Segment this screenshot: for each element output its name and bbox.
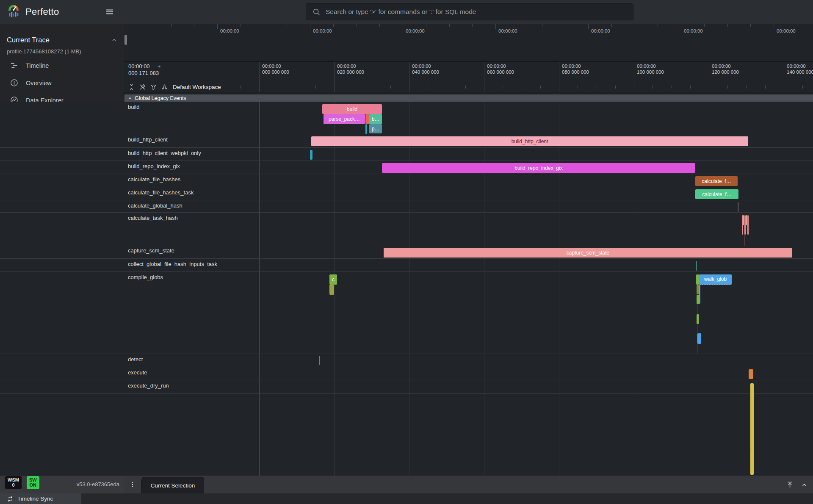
tab-current-selection[interactable]: Current Selection — [141, 477, 204, 494]
ruler-minor-tick — [540, 86, 541, 89]
track-row-calculate_task_hash[interactable] — [0, 213, 813, 245]
slice-capture-scm-state[interactable]: capture_scm_state — [384, 248, 792, 258]
ruler-time-label: 00:00:00 140 000 000 — [784, 62, 813, 75]
perfetto-logo-icon[interactable] — [6, 4, 21, 19]
brand: Perfetto — [6, 0, 59, 24]
ruler-minor-tick — [241, 86, 241, 89]
track-row-detect[interactable] — [0, 354, 813, 367]
slice[interactable] — [750, 383, 754, 475]
ruler-minor-tick — [447, 86, 447, 89]
slice[interactable] — [696, 261, 697, 271]
info-icon — [9, 78, 19, 87]
slice[interactable] — [697, 295, 700, 304]
slice[interactable] — [747, 215, 749, 235]
slice[interactable] — [319, 356, 320, 365]
ruler-plus: + — [158, 63, 161, 69]
slice[interactable] — [738, 202, 739, 212]
slice[interactable] — [744, 235, 744, 246]
ruler-minor-tick — [503, 86, 503, 89]
track-row-execute[interactable] — [0, 367, 813, 380]
sidebar-item-timeline[interactable]: Timeline — [0, 57, 124, 74]
track-row-build_http_client_webpki_only[interactable] — [0, 148, 813, 161]
ruler-minor-tick — [727, 86, 728, 89]
track-row-compile_globs[interactable] — [0, 272, 813, 354]
slice-calculate-f-[interactable]: calculate_f… — [695, 176, 738, 186]
status-badge: WSM 0 — [5, 476, 22, 489]
menu-toggle-icon[interactable] — [105, 7, 114, 17]
timeline-sync-button[interactable]: Timeline Sync — [0, 493, 81, 504]
slice-walk-glob[interactable]: walk_glob — [699, 274, 732, 285]
track-name-label: build — [128, 104, 139, 110]
search-placeholder: Search or type '>' for commands or ':' f… — [326, 8, 476, 16]
track-group-global-legacy-events[interactable]: Global Legacy Events — [124, 94, 813, 102]
slice[interactable] — [746, 215, 747, 225]
track-row-collect_global_file_hash_inputs_task[interactable] — [0, 259, 813, 272]
track-name-label: compile_globs — [128, 274, 163, 280]
workspace-icon[interactable] — [161, 83, 168, 91]
overview-tick — [379, 24, 380, 27]
track-row-execute_dry_run[interactable] — [0, 380, 813, 394]
ruler-minor-tick — [615, 86, 616, 89]
slice[interactable] — [744, 215, 746, 235]
overview-tick — [611, 24, 612, 27]
sidebar-section-current-trace[interactable]: Current Trace — [0, 32, 124, 47]
search-icon — [312, 8, 321, 16]
slice[interactable] — [329, 285, 334, 295]
search-input[interactable]: Search or type '>' for commands or ':' f… — [306, 3, 633, 20]
slice[interactable] — [696, 274, 699, 285]
ruler-minor-tick — [578, 86, 578, 89]
timeline-overview-minimap[interactable]: 00:00:0000:00:0000:00:0000:00:0000:00:00… — [124, 24, 813, 62]
slice-b-[interactable]: b… — [369, 114, 382, 124]
slice[interactable] — [310, 150, 312, 160]
ruler-time-label: 00:00:00 120 000 000 — [709, 62, 784, 75]
track-name-label: calculate_file_hashes_task — [128, 189, 194, 196]
track-row-build[interactable] — [0, 102, 813, 134]
filter-icon[interactable] — [150, 83, 157, 91]
ruler-time-label: 00:00:00 000 000 000 — [260, 62, 334, 75]
slice[interactable] — [749, 369, 753, 379]
sidebar-item-overview[interactable]: Overview — [0, 74, 124, 91]
overview-tick — [426, 24, 426, 27]
item-label: Timeline — [26, 62, 49, 69]
slice[interactable] — [697, 314, 699, 324]
overview-tick — [519, 24, 519, 27]
slice-p-[interactable]: p… — [369, 124, 382, 133]
track-name-label: calculate_global_hash — [128, 202, 183, 209]
ruler-minor-tick — [597, 86, 597, 89]
slice-build-repo-index-gix[interactable]: build_repo_index_gix — [382, 163, 695, 173]
track-row-calculate_global_hash[interactable] — [0, 200, 813, 213]
ruler-time-label: 00:00:00 040 000 000 — [409, 62, 484, 75]
overview-tick — [588, 24, 589, 29]
track-name-label: execute — [128, 369, 147, 376]
overview-tick — [194, 24, 194, 27]
collapse-icon[interactable] — [128, 83, 135, 91]
workspace-label[interactable]: Default Workspace — [173, 84, 221, 90]
slice-calculate-f-[interactable]: calculate_f… — [695, 189, 738, 199]
slice[interactable] — [697, 333, 701, 344]
slice-build[interactable]: build — [322, 104, 382, 114]
slice-parse-pack-[interactable]: parse_pack… — [324, 114, 365, 124]
item-label: Overview — [26, 80, 51, 86]
tab-menu-icon[interactable] — [127, 476, 138, 493]
ruler-left-cell: 00:00:00 000 171 083 + Default Workspace — [124, 62, 259, 92]
slice[interactable] — [743, 215, 744, 225]
ruler-minor-tick — [278, 86, 278, 89]
track-name-label: build_http_client_webpki_only — [128, 150, 201, 156]
group-header-label: Global Legacy Events — [135, 95, 186, 101]
track-row-calculate_file_hashes_task[interactable] — [0, 187, 813, 200]
expand-panel-icon[interactable] — [801, 481, 808, 488]
overview-tick — [658, 24, 658, 27]
slice-c[interactable]: c — [329, 274, 337, 285]
overview-tick — [171, 24, 171, 27]
slice[interactable] — [365, 114, 369, 124]
overview-brush-handle[interactable] — [124, 35, 127, 45]
dock-to-top-icon[interactable] — [786, 481, 794, 489]
track-name-label: build_http_client — [128, 136, 168, 143]
pin-off-icon[interactable] — [139, 83, 146, 91]
slice[interactable] — [752, 389, 752, 452]
slice-build-http-client[interactable]: build_http_client — [311, 136, 748, 146]
track-row-calculate_file_hashes[interactable] — [0, 174, 813, 187]
slice[interactable] — [365, 124, 367, 134]
slice[interactable] — [742, 215, 743, 235]
ruler-minor-tick — [765, 86, 766, 89]
